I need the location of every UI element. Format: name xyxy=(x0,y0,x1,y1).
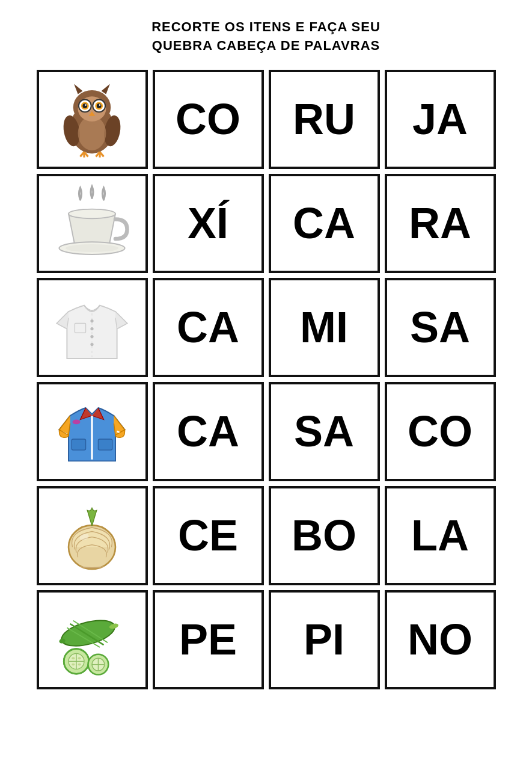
svg-point-27 xyxy=(90,319,93,322)
syllable-cell-3-1: SA xyxy=(269,382,380,481)
syllable-cell-1-1: CA xyxy=(269,174,380,273)
syllable-cell-1-2: RA xyxy=(385,174,496,273)
svg-point-12 xyxy=(99,104,101,106)
svg-point-52 xyxy=(72,657,75,659)
image-cell-cucumber xyxy=(37,590,148,689)
svg-point-41 xyxy=(59,615,117,651)
svg-point-55 xyxy=(78,664,81,666)
syllable-cell-4-1: BO xyxy=(269,486,380,585)
syllable-cell-4-0: CE xyxy=(153,486,264,585)
syllable-cell-0-0: CO xyxy=(153,70,264,169)
svg-point-37 xyxy=(73,420,81,425)
syllable-cell-5-2: NO xyxy=(385,590,496,689)
syllable-cell-2-2: SA xyxy=(385,278,496,377)
puzzle-row-2: CAMISA xyxy=(37,278,496,377)
syllable-cell-0-2: JA xyxy=(385,70,496,169)
svg-point-11 xyxy=(85,104,87,106)
puzzle-row-1: XÍCARA xyxy=(37,174,496,273)
puzzle-row-3: CASACO xyxy=(37,382,496,481)
svg-rect-34 xyxy=(98,439,112,450)
svg-point-28 xyxy=(90,327,93,330)
syllable-cell-5-1: PI xyxy=(269,590,380,689)
syllable-cell-2-1: MI xyxy=(269,278,380,377)
svg-point-9 xyxy=(82,103,87,108)
svg-marker-3 xyxy=(102,84,110,94)
syllable-cell-3-2: CO xyxy=(385,382,496,481)
puzzle-row-5: PEPINO xyxy=(37,590,496,689)
puzzle-row-4: CEBOLA xyxy=(37,486,496,585)
image-cell-teacup xyxy=(37,174,148,273)
syllable-cell-2-0: CA xyxy=(153,278,264,377)
svg-point-10 xyxy=(97,103,102,108)
syllable-cell-0-1: RU xyxy=(269,70,380,169)
svg-point-54 xyxy=(72,664,75,666)
puzzle-row-0: CORUJA xyxy=(37,70,496,169)
syllable-cell-1-0: XÍ xyxy=(153,174,264,273)
svg-point-30 xyxy=(90,343,93,346)
svg-marker-2 xyxy=(74,84,82,94)
svg-rect-33 xyxy=(72,439,85,450)
syllable-cell-3-0: CA xyxy=(153,382,264,481)
image-cell-jacket xyxy=(37,382,148,481)
syllable-cell-4-2: LA xyxy=(385,486,496,585)
puzzle-grid: CORUJA XÍCARA xyxy=(37,70,496,689)
image-cell-owl xyxy=(37,70,148,169)
page-title: RECORTE OS ITENS E FAÇA SEU QUEBRA CABEÇ… xyxy=(151,18,381,55)
svg-point-16 xyxy=(78,116,106,150)
svg-point-23 xyxy=(69,209,115,219)
image-cell-shirt xyxy=(37,278,148,377)
svg-point-53 xyxy=(78,657,81,659)
svg-point-29 xyxy=(90,335,93,338)
svg-point-25 xyxy=(66,244,118,252)
syllable-cell-5-0: PE xyxy=(153,590,264,689)
image-cell-onion xyxy=(37,486,148,585)
